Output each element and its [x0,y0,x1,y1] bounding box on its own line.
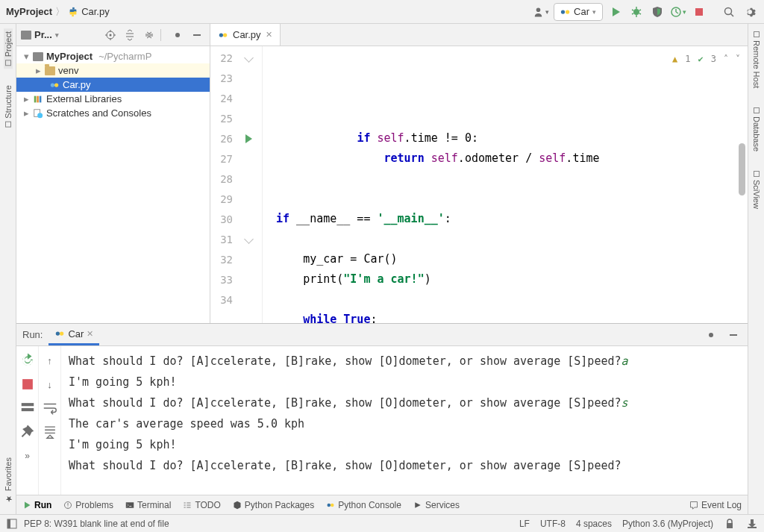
debug-button[interactable] [628,4,645,20]
status-interpreter[interactable]: Python 3.6 (MyProject) [622,519,713,529]
inspection-badge[interactable]: ▲1 ✔3 ˄ ˅ [672,49,740,69]
run-button[interactable] [607,4,624,20]
locate-icon[interactable] [102,27,119,43]
svg-point-18 [56,331,60,335]
run-settings-icon[interactable] [703,327,719,343]
tree-root[interactable]: ▾ MyProject ~/PycharmP [16,49,210,63]
python-icon [560,7,571,17]
editor-tabs: Car.py ✕ [210,24,748,46]
statusbar-toggle-icon[interactable] [6,518,18,530]
layout-button[interactable] [19,400,36,416]
tool-todo[interactable]: TODO [183,500,220,510]
tree-ext-libs[interactable]: ▸ External Libraries [16,92,210,106]
tree-file-car[interactable]: Car.py [16,78,210,92]
breadcrumb[interactable]: MyProject 〉 Car.py [6,5,110,19]
tree-scratches[interactable]: ▸ Scratches and Consoles [16,106,210,120]
svg-rect-8 [193,34,201,36]
editor-scrollbar[interactable] [739,143,745,195]
chevron-down-icon[interactable]: ˅ [736,49,740,69]
run-toolbar-secondary: ↑ ↓ [39,346,61,495]
svg-point-9 [51,83,54,87]
tool-event-log[interactable]: Event Log [689,500,742,510]
tool-problems[interactable]: Problems [63,500,113,510]
services-icon [413,501,422,510]
stop-process-button[interactable] [19,376,36,392]
svg-point-2 [633,9,639,15]
close-icon[interactable]: ✕ [87,329,93,339]
editor-code[interactable]: ▲1 ✔3 ˄ ˅ if self.time != 0: return self… [263,46,748,323]
panel-settings-icon[interactable] [169,27,186,43]
tool-project[interactable]: Project [4,28,13,69]
project-panel-header: Pr...▾ [16,24,210,46]
breadcrumb-root[interactable]: MyProject [6,6,52,17]
soft-wrap-button[interactable] [42,400,58,416]
up-button[interactable]: ↑ [42,352,58,369]
console-icon [326,501,335,510]
run-tab-car[interactable]: Car ✕ [48,324,99,345]
python-icon [49,80,60,90]
tool-run[interactable]: Run [22,500,51,510]
run-tool-window: Run: Car ✕ » [16,323,748,495]
tool-services[interactable]: Services [413,500,460,510]
status-line-sep[interactable]: LF [519,519,530,529]
svg-point-17 [223,33,227,37]
project-icon [21,31,31,40]
tool-database[interactable]: Database [752,104,761,154]
tool-python-console[interactable]: Python Console [326,500,401,510]
bottom-tool-bar: Run Problems Terminal TODO Python Packag… [16,495,748,514]
coverage-button[interactable] [649,4,666,20]
user-icon[interactable]: ▾ [533,4,549,20]
collapse-all-icon[interactable] [141,27,157,43]
status-bar: PEP 8: W391 blank line at end of file LF… [0,514,764,532]
tool-terminal[interactable]: Terminal [125,500,171,510]
svg-point-7 [110,34,112,36]
svg-rect-22 [21,403,34,406]
eventlog-icon [689,501,698,510]
editor-tab-car[interactable]: Car.py ✕ [210,24,281,46]
run-header-title: Run: [22,329,43,340]
status-encoding[interactable]: UTF-8 [540,519,566,529]
svg-rect-4 [695,8,703,16]
chevron-up-icon[interactable]: ˄ [724,49,728,69]
editor-gutter[interactable]: 22232425262728293031323334 [210,46,263,323]
deploy-icon[interactable] [746,518,758,530]
pin-button[interactable] [19,424,36,440]
tool-favorites[interactable]: ★ Favorites [3,454,13,507]
svg-point-16 [219,33,223,37]
stop-button[interactable] [691,4,707,20]
run-hide-icon[interactable] [725,327,742,343]
play-icon [22,501,31,510]
rerun-button[interactable] [19,352,36,369]
more-button[interactable]: » [19,448,36,464]
profile-button[interactable]: ▾ [670,4,686,20]
svg-point-26 [328,503,331,507]
tool-sciview[interactable]: SciView [752,168,761,212]
settings-icon[interactable] [742,4,758,20]
lock-icon[interactable] [724,518,736,530]
tool-remote-host[interactable]: Remote Host [752,28,761,91]
svg-rect-29 [7,519,10,528]
project-panel-title[interactable]: Pr...▾ [21,29,59,40]
svg-point-15 [37,113,43,118]
tool-python-packages[interactable]: Python Packages [233,500,314,510]
status-indent[interactable]: 4 spaces [576,519,612,529]
search-everywhere-icon[interactable] [721,4,737,20]
run-toolbar-primary: » [16,346,39,495]
editor-body[interactable]: 22232425262728293031323334 ▲1 ✔3 ˄ ˅ if … [210,46,748,323]
svg-point-19 [60,331,63,335]
expand-all-icon[interactable] [122,27,138,43]
panel-hide-icon[interactable] [189,27,205,43]
run-config-selector[interactable]: Car ▾ [554,3,603,21]
console-output[interactable]: What should I do? [A]ccelerate, [B]rake,… [61,346,748,495]
down-button[interactable]: ↓ [42,376,58,392]
project-panel: Pr...▾ ▾ MyProject ~/PycharmP [16,24,210,323]
python-icon [218,30,228,40]
terminal-icon [125,501,134,510]
svg-point-10 [54,83,58,87]
tool-structure[interactable]: Structure [4,82,13,131]
scroll-end-button[interactable] [42,424,58,440]
tree-venv[interactable]: ▸ venv [16,63,210,78]
breadcrumb-file[interactable]: Car.py [68,6,110,17]
project-tree[interactable]: ▾ MyProject ~/PycharmP ▸ venv Car.py ▸ [16,46,210,123]
close-tab-icon[interactable]: ✕ [266,30,272,40]
